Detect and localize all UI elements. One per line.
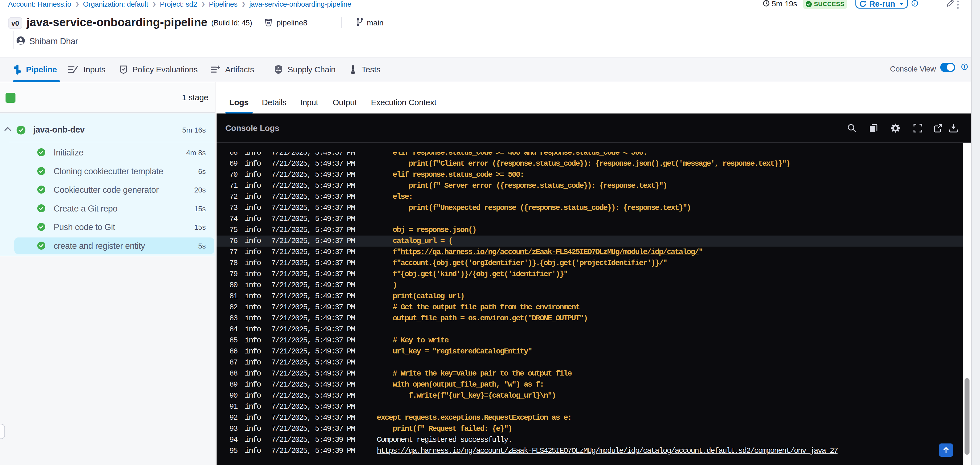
svg-text:</>: </> (266, 21, 271, 25)
